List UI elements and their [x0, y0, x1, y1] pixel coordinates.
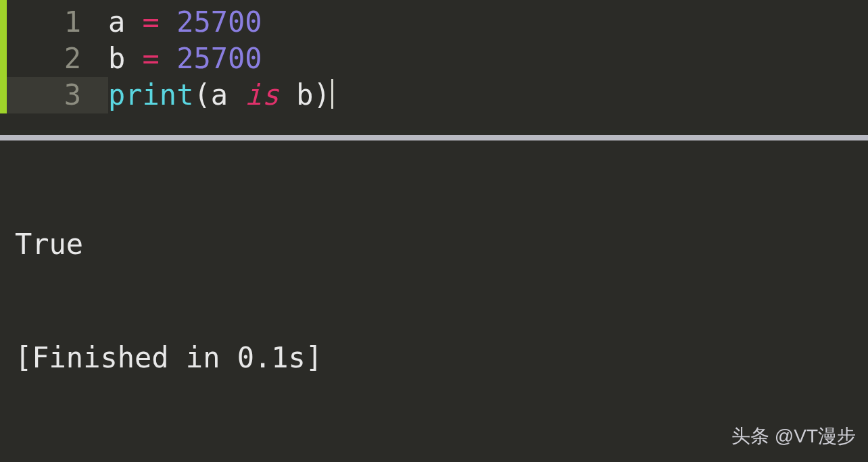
code-line[interactable]: 3print(a is b): [0, 77, 868, 113]
code-content[interactable]: b = 25700: [108, 41, 262, 77]
line-number: 1: [0, 4, 108, 41]
token: b: [108, 42, 125, 75]
token: (: [193, 78, 210, 111]
output-console[interactable]: True [Finished in 0.1s] 头条 @VT漫步: [0, 140, 868, 462]
token: a: [211, 78, 228, 111]
token: 25700: [176, 5, 262, 38]
panel-divider: [0, 135, 868, 140]
watermark: 头条 @VT漫步: [731, 417, 856, 455]
token: [228, 78, 245, 111]
token: [160, 5, 176, 38]
token: is: [245, 78, 279, 111]
code-editor[interactable]: 1a = 257002b = 257003print(a is b): [0, 0, 868, 135]
console-finished-line: [Finished in 0.1s]: [15, 339, 853, 377]
token: [279, 78, 296, 111]
token: a: [108, 5, 125, 38]
token: 25700: [176, 42, 262, 75]
token: b: [296, 78, 313, 111]
token: [125, 42, 142, 75]
token: print: [108, 78, 193, 111]
code-line[interactable]: 2b = 25700: [0, 41, 868, 77]
text-cursor: [331, 79, 333, 109]
token: =: [143, 5, 160, 38]
code-content[interactable]: print(a is b): [108, 77, 333, 113]
token: ): [314, 78, 331, 111]
token: [125, 5, 142, 38]
token: [160, 42, 176, 75]
code-line[interactable]: 1a = 25700: [0, 4, 868, 41]
code-content[interactable]: a = 25700: [108, 4, 262, 41]
line-number: 2: [0, 41, 108, 77]
token: =: [143, 42, 160, 75]
line-number: 3: [0, 77, 108, 113]
console-output-line: True: [15, 226, 853, 263]
